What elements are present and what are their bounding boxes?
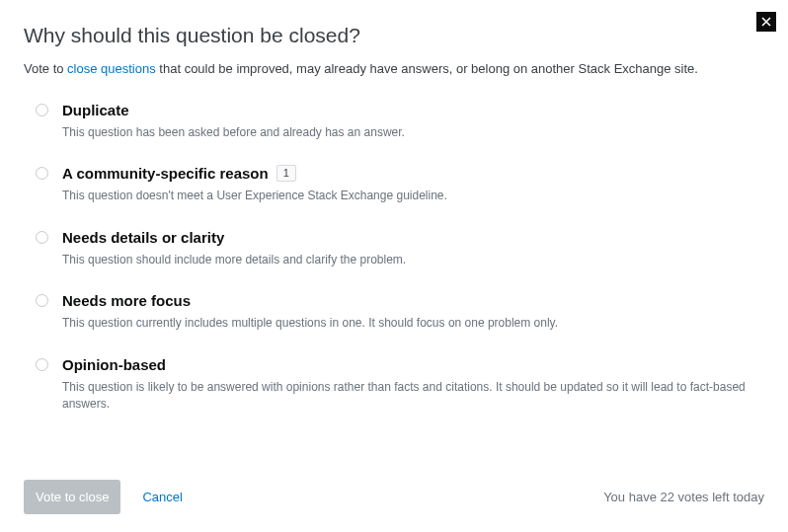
option-desc: This question currently includes multipl… (62, 315, 764, 332)
option-body: Needs details or clarity This question s… (62, 229, 764, 268)
option-body: A community-specific reason 1 This quest… (62, 165, 764, 204)
option-title-text: Needs details or clarity (62, 229, 224, 246)
option-duplicate[interactable]: Duplicate This question has been asked b… (36, 102, 764, 141)
option-body: Needs more focus This question currently… (62, 292, 764, 332)
option-title: A community-specific reason 1 (62, 165, 764, 182)
vote-to-close-button[interactable]: Vote to close (24, 480, 120, 514)
option-title-text: Duplicate (62, 102, 129, 118)
radio-duplicate[interactable] (36, 104, 48, 116)
vote-count-badge: 1 (276, 165, 296, 182)
option-opinion-based[interactable]: Opinion-based This question is likely to… (36, 356, 764, 414)
subtitle-text-pre: Vote to (24, 61, 67, 76)
option-needs-focus[interactable]: Needs more focus This question currently… (36, 292, 764, 332)
radio-needs-focus[interactable] (36, 294, 48, 307)
dialog-subtitle: Vote to close questions that could be im… (24, 61, 764, 76)
option-body: Duplicate This question has been asked b… (62, 102, 764, 141)
option-title: Opinion-based (62, 356, 764, 373)
subtitle-text-post: that could be improved, may already have… (156, 61, 698, 76)
option-title-text: A community-specific reason (62, 165, 269, 182)
cancel-button[interactable]: Cancel (142, 490, 182, 504)
option-desc: This question has been asked before and … (62, 124, 764, 141)
option-community-specific[interactable]: A community-specific reason 1 This quest… (36, 165, 764, 204)
option-needs-details[interactable]: Needs details or clarity This question s… (36, 229, 764, 268)
close-icon (761, 17, 771, 27)
option-title-text: Opinion-based (62, 356, 166, 373)
radio-needs-details[interactable] (36, 231, 48, 244)
option-title: Needs more focus (62, 292, 764, 309)
option-desc: This question is likely to be answered w… (62, 379, 764, 414)
close-reason-list: Duplicate This question has been asked b… (24, 102, 764, 413)
option-desc: This question doesn't meet a User Experi… (62, 188, 764, 204)
dialog-footer: Vote to close Cancel You have 22 votes l… (24, 480, 764, 514)
votes-remaining-text: You have 22 votes left today (603, 490, 764, 504)
close-button[interactable] (756, 12, 776, 32)
dialog-title: Why should this question be closed? (24, 24, 764, 47)
option-title: Duplicate (62, 102, 764, 118)
close-questions-link[interactable]: close questions (67, 61, 156, 76)
radio-community-specific[interactable] (36, 167, 48, 180)
option-title: Needs details or clarity (62, 229, 764, 246)
option-body: Opinion-based This question is likely to… (62, 356, 764, 414)
radio-opinion-based[interactable] (36, 358, 48, 371)
option-desc: This question should include more detail… (62, 252, 764, 268)
option-title-text: Needs more focus (62, 292, 191, 309)
